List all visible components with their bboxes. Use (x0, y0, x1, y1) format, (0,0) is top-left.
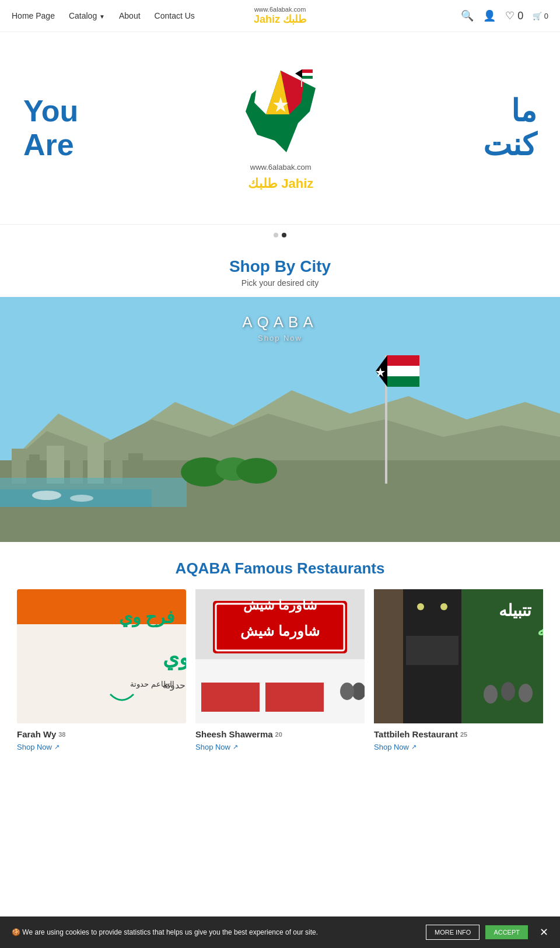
sheesh-name: Sheesh Shawerma 20 (195, 729, 365, 739)
svg-point-55 (519, 684, 533, 702)
brand-name[interactable]: Jahiz طلبك (254, 13, 306, 25)
restaurant-card-farah: فرح وي الطاعم حدوتة Farah Wy 38 Shop Now (17, 589, 186, 752)
tattbileh-image: تتبيله (374, 589, 543, 723)
about-link[interactable]: About (119, 11, 141, 20)
brand-center: www.6alabak.com Jahiz طلبك (254, 6, 306, 26)
shop-by-city-subtitle: Pick your desired city (0, 278, 560, 288)
sheesh-count: 20 (275, 731, 282, 738)
svg-rect-49 (461, 589, 543, 723)
svg-point-57 (440, 603, 447, 610)
aqaba-city-name: AQABA (242, 313, 318, 331)
cart-icon[interactable]: 🛒 0 (533, 12, 548, 20)
hero-text-left: YouAre (23, 95, 78, 161)
carousel-dot-1[interactable] (274, 233, 278, 237)
bottom-space (0, 769, 560, 828)
restaurants-section: AQABA Famous Restaurants فرح وي الطاعم ح… (0, 542, 560, 769)
restaurant-card-tattbileh: تتبيله Tattbileh Restaurant 25 Shop Now (374, 589, 543, 752)
tattbileh-count: 25 (460, 731, 467, 738)
svg-point-54 (501, 682, 515, 701)
wishlist-icon[interactable]: ♡ 0 (505, 9, 523, 22)
svg-point-53 (484, 685, 498, 704)
svg-text:تتبيله: تتبيله (537, 621, 543, 639)
svg-rect-29 (387, 376, 419, 387)
carousel-dots (0, 225, 560, 246)
svg-rect-28 (387, 366, 419, 376)
catalog-link[interactable]: Catalog ▼ (69, 11, 105, 20)
hero-brand-name: Jahiz طلبك (248, 176, 313, 191)
tattbileh-shop-now[interactable]: Shop Now (374, 743, 416, 751)
aqaba-shop-now[interactable]: Shop Now (242, 334, 318, 342)
svg-rect-50 (374, 589, 403, 723)
navbar: Home Page Catalog ▼ About Contact Us www… (0, 0, 560, 32)
svg-point-32 (32, 491, 61, 500)
svg-rect-27 (387, 355, 419, 366)
restaurant-card-sheesh: شاورما شيش Sheesh Shawerma 20 Shop Now (195, 589, 365, 752)
svg-point-47 (340, 683, 354, 700)
sheesh-image: شاورما شيش (195, 589, 365, 723)
user-icon[interactable]: 👤 (483, 9, 496, 22)
farah-image: فرح وي الطاعم حدوتة (17, 589, 186, 723)
farah-count: 38 (58, 731, 65, 738)
farah-shop-now[interactable]: Shop Now (17, 743, 60, 751)
nav-icons: 🔍 👤 ♡ 0 🛒 0 (461, 9, 548, 22)
nav-links: Home Page Catalog ▼ About Contact Us (12, 11, 195, 20)
shop-by-city-section: Shop By City Pick your desired city (0, 246, 560, 297)
svg-point-33 (70, 495, 93, 502)
hero-banner: YouAre www.6alabak.com Jahiz طلبك ماكنت (0, 32, 560, 225)
svg-point-25 (236, 458, 277, 484)
hero-center: www.6alabak.com Jahiz طلبك (234, 65, 327, 191)
svg-marker-9 (295, 69, 302, 78)
svg-rect-58 (406, 636, 459, 665)
tattbileh-name: Tattbileh Restaurant 25 (374, 729, 543, 739)
carousel-dot-2[interactable] (282, 233, 286, 237)
jordan-map-icon (234, 65, 327, 158)
hero-brand-url: www.6alabak.com (250, 163, 312, 172)
shop-by-city-title: Shop By City (0, 257, 560, 276)
svg-rect-45 (265, 683, 324, 712)
aqaba-label: AQABA Shop Now (242, 313, 318, 342)
farah-name: Farah Wy 38 (17, 729, 186, 739)
restaurants-grid: فرح وي الطاعم حدوتة Farah Wy 38 Shop Now (12, 589, 548, 752)
sheesh-shop-now[interactable]: Shop Now (195, 743, 238, 751)
search-icon[interactable]: 🔍 (461, 9, 474, 22)
svg-rect-44 (201, 683, 260, 712)
contact-link[interactable]: Contact Us (155, 11, 195, 20)
svg-text:الطاعم حدوتة: الطاعم حدوتة (163, 680, 186, 691)
svg-text:شاورما شيش: شاورما شيش (240, 623, 320, 639)
svg-rect-35 (17, 589, 186, 624)
hero-text-right: ماكنت (483, 95, 537, 161)
svg-rect-36 (17, 624, 186, 723)
home-page-link[interactable]: Home Page (12, 11, 55, 20)
aqaba-banner[interactable]: AQABA Shop Now (0, 297, 560, 542)
site-url: www.6alabak.com (254, 6, 306, 13)
svg-text:فرح وي: فرح وي (163, 646, 186, 670)
svg-rect-7 (302, 73, 313, 76)
restaurants-title: AQABA Famous Restaurants (12, 559, 548, 578)
svg-rect-18 (88, 443, 104, 484)
svg-point-56 (417, 603, 424, 610)
svg-rect-8 (302, 76, 313, 79)
catalog-arrow-icon: ▼ (99, 13, 105, 20)
